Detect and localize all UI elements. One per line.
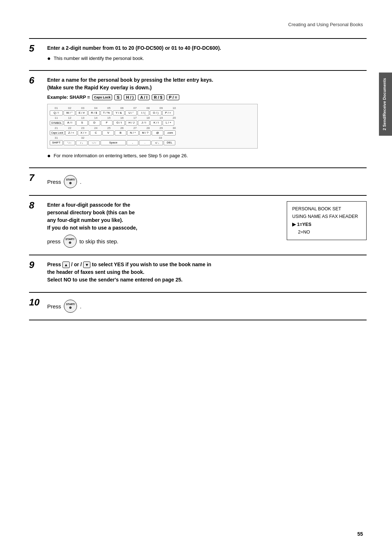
step-5-number: 5 (29, 43, 44, 54)
kbd-com: .com (164, 130, 176, 135)
start-enter-button-7[interactable]: START/ ⊕ (64, 175, 77, 188)
kbd-g: G / I (113, 120, 125, 125)
kbd-w: W / " (64, 110, 75, 116)
kbd-m: M / ? (139, 130, 151, 135)
page-container: Creating and Using Personal Books 2 Send… (0, 0, 392, 555)
btn-top-text-7: START/ (66, 178, 75, 181)
kbd-del: DEL (164, 140, 175, 145)
period-10: . (80, 303, 81, 309)
kbd-z: Z / < (65, 130, 77, 135)
arrow-up-btn[interactable]: ▲ (62, 262, 70, 268)
btn-bottom-text-7: ⊕ (69, 181, 72, 185)
kbd-k: K / I (150, 120, 162, 125)
kbd-j: J / I (138, 120, 150, 125)
btn-top-text-8: START/ (65, 238, 74, 241)
panel-line2: USING NAME AS FAX HEADER (292, 213, 361, 220)
step-9-number: 9 (29, 259, 44, 271)
step-7-content: Press START/ ⊕ . (47, 174, 367, 190)
step-8-title: Enter a four-digit passcode for the pers… (47, 201, 279, 232)
kbd-a: A / I (64, 120, 75, 125)
kbd-num-row3: 21 22 23 24 25 26 27 28 29 30 (50, 126, 255, 130)
kbd-up1: ˜ / ↑ (64, 141, 75, 145)
step-5-content: Enter a 2-digit number from 01 to 20 (FO… (47, 44, 367, 65)
step-10-number: 10 (29, 297, 44, 308)
kbd-e: E / # (76, 110, 87, 116)
panel-line3: ▶ 1=YES (292, 221, 361, 228)
step-7-press-label: Press (47, 179, 61, 185)
kbd-n: N / ^ (127, 130, 139, 135)
step-7-press-line: Press START/ ⊕ . (47, 175, 367, 188)
page-header: Creating and Using Personal Books (29, 22, 367, 27)
step-6-bullet: ● For more information on entering lette… (47, 152, 367, 160)
step-6-title: Enter a name for the personal book by pr… (47, 76, 367, 92)
kbd-up2: ↑ / ↑ (88, 141, 100, 145)
kbd-v: V (102, 130, 114, 135)
kbd-h: H / J (126, 120, 137, 125)
kbd-l: L / + (163, 120, 174, 125)
kbd-at: @ (152, 130, 163, 135)
kbd-num-row4: 31 32 33 (50, 136, 255, 139)
key-p: P / = (167, 94, 179, 100)
kbd-t: T / % (101, 110, 112, 116)
btn-bottom-icon-8: ⊕ (69, 241, 72, 245)
kbd-space: Space (101, 140, 126, 145)
kbd-shift: SHIFT (50, 140, 63, 145)
kbd-row2: SYMBOL A / I S D F G / I H / J J / I K /… (50, 120, 255, 125)
side-tab: 2 Send/Receive Documents (379, 73, 392, 136)
panel-line1: PERSONAL BOOK SET (292, 205, 361, 213)
key-r: R / $ (152, 94, 164, 100)
start-enter-button-10[interactable]: START/ ⊕ (64, 300, 77, 313)
panel-line4: 2=NO (292, 228, 361, 236)
kbd-c: C (90, 130, 102, 135)
example-line: Example: SHARP = Caps Lock S H / ) A / I… (47, 94, 367, 100)
kbd-row1: Q / ! W / " E / # R / $ T / % Y / & U / … (50, 110, 255, 116)
kbd-num-row1: 01 02 03 04 05 06 07 08 09 10 (50, 106, 255, 110)
kbd-s: S (76, 120, 88, 125)
kbd-symbol: SYMBOL (50, 121, 63, 125)
skip-label: to skip this step. (79, 238, 119, 244)
kbd-dot: , (127, 140, 138, 145)
kbd-r: R / $ (88, 110, 100, 116)
arrow-down-btn[interactable]: ▼ (83, 262, 90, 268)
key-s: S (114, 94, 122, 100)
step-8-layout: Enter a four-digit passcode for the pers… (47, 201, 367, 249)
kbd-dash: . (139, 140, 151, 145)
step-6-number: 6 (29, 75, 44, 86)
kbd-row3: Caps Lock Z / < X / > C V B N / ^ M / ? … (50, 130, 255, 135)
keyboard-diagram: 01 02 03 04 05 06 07 08 09 10 Q / ! (47, 104, 258, 149)
kbd-p: P / = (162, 110, 174, 116)
step-8-panel: PERSONAL BOOK SET USING NAME AS FAX HEAD… (287, 201, 367, 240)
period-7: . (80, 179, 81, 185)
kbd-y: Y / & (113, 110, 124, 116)
step-8-press-label: press (47, 238, 61, 244)
step-6-content: Enter a name for the personal book by pr… (47, 76, 367, 162)
step-9-content: Press ▲ / or / ▼ to select YES if you wi… (47, 261, 367, 287)
step-8-number: 8 (29, 200, 44, 211)
kbd-num-row2: 11 12 13 14 15 16 17 18 19 20 (50, 116, 255, 119)
step-9-title: Press ▲ / or / ▼ to select YES if you wi… (47, 261, 367, 284)
step-5-section: 5 Enter a 2-digit number from 01 to 20 (… (29, 39, 367, 71)
step-10-section: 10 Press START/ ⊕ . (29, 293, 367, 320)
step-8-left: Enter a four-digit passcode for the pers… (47, 201, 279, 249)
kbd-o: O / ) (150, 110, 162, 116)
kbd-down1: / ↓ (76, 141, 87, 145)
kbd-i: I / ( (138, 110, 149, 116)
step-5-bullet-text: This number will identify the personal b… (54, 55, 144, 62)
step-8-section: 8 Enter a four-digit passcode for the pe… (29, 196, 367, 255)
kbd-f: F (101, 120, 113, 125)
start-enter-button-8[interactable]: START/ ⊕ (64, 235, 77, 248)
header-title: Creating and Using Personal Books (288, 22, 363, 27)
step-8-content: Enter a four-digit passcode for the pers… (47, 201, 367, 249)
kbd-arrows: «/ ↓ (151, 141, 163, 145)
key-a: A / I (138, 94, 150, 100)
step-9-section: 9 Press ▲ / or / ▼ to select YES if you … (29, 255, 367, 293)
step-6-section: 6 Enter a name for the personal book by … (29, 71, 367, 168)
key-h: H / ) (124, 94, 136, 100)
steps-wrapper: 5 Enter a 2-digit number from 01 to 20 (… (29, 38, 367, 320)
kbd-x: X / > (78, 130, 89, 135)
step-10-press-line: Press START/ ⊕ . (47, 300, 367, 313)
bullet-dot: ● (47, 55, 51, 62)
example-label: Example: SHARP = (47, 94, 90, 100)
page-number: 55 (357, 531, 363, 537)
kbd-row4: SHIFT ˜ / ↑ / ↓ ↑ / ↑ Space , . «/ ↓ DEL (50, 140, 255, 145)
